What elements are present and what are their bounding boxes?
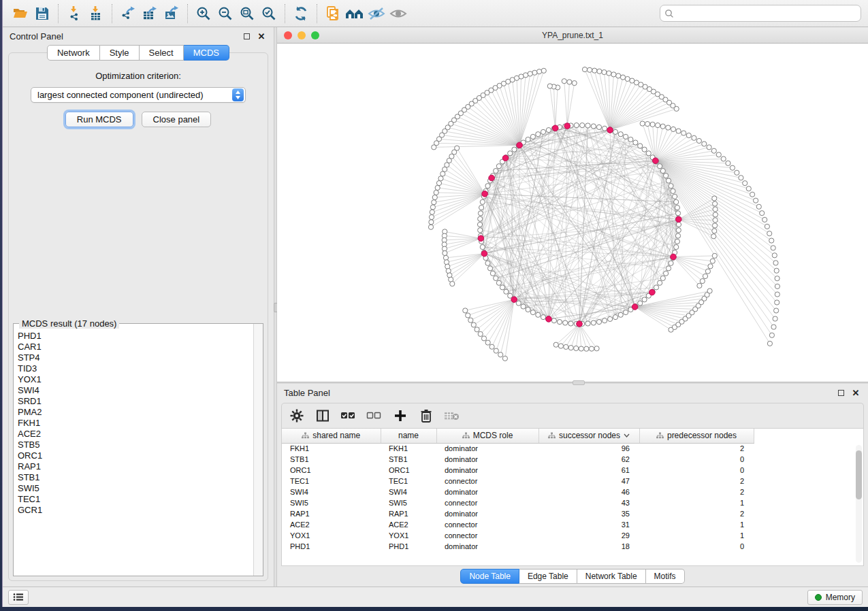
mcds-result-item[interactable]: SRD1 bbox=[18, 396, 251, 407]
memory-button[interactable]: Memory bbox=[807, 590, 863, 605]
import-network-button[interactable] bbox=[63, 3, 85, 24]
gear-button[interactable] bbox=[289, 408, 305, 424]
mcds-result-list[interactable]: PHD1CAR1STP4TID3YOX1SWI4SRD1PMA2FKH1ACE2… bbox=[14, 324, 253, 576]
deselect-all-button[interactable] bbox=[366, 408, 383, 424]
mcds-result-item[interactable]: STB1 bbox=[18, 472, 251, 483]
cell-name: ACE2 bbox=[381, 519, 436, 530]
tab-mcds[interactable]: MCDS bbox=[184, 45, 229, 61]
table-row[interactable]: PHD1PHD1dominator180 bbox=[282, 541, 754, 552]
table-scrollbar[interactable] bbox=[856, 445, 862, 563]
column-header-MCDS-role[interactable]: MCDS role bbox=[436, 429, 539, 443]
table-row[interactable]: YOX1YOX1connector291 bbox=[282, 530, 754, 541]
show-all-button[interactable] bbox=[387, 3, 409, 24]
mcds-result-item[interactable]: CAR1 bbox=[18, 342, 251, 352]
task-history-button[interactable] bbox=[8, 590, 29, 605]
network-graph[interactable] bbox=[277, 44, 867, 381]
mcds-result-item[interactable]: YOX1 bbox=[18, 374, 251, 385]
export-image-button[interactable] bbox=[161, 3, 182, 24]
close-panel-icon[interactable]: ✕ bbox=[256, 31, 267, 42]
mcds-result-item[interactable]: FKH1 bbox=[18, 418, 251, 429]
table-row[interactable]: TEC1TEC1connector472 bbox=[282, 476, 754, 486]
zoom-fit-button[interactable] bbox=[236, 3, 258, 24]
trash-button[interactable] bbox=[418, 408, 434, 424]
duplicate-network-button[interactable] bbox=[322, 3, 344, 24]
mcds-result-item[interactable]: TID3 bbox=[18, 363, 251, 374]
column-header-name[interactable]: name bbox=[381, 429, 436, 443]
zoom-in-button[interactable] bbox=[193, 3, 214, 24]
mcds-result-item[interactable]: PMA2 bbox=[18, 407, 251, 418]
cell-MCDS-role: dominator bbox=[436, 541, 539, 552]
table-panel: Table Panel ✕ shared namenameMCDS rolesu… bbox=[277, 384, 868, 587]
network-window-titlebar[interactable]: YPA_prune.txt_1 bbox=[277, 27, 868, 44]
tab-style[interactable]: Style bbox=[100, 45, 140, 61]
tab-network-table[interactable]: Network Table bbox=[577, 569, 646, 584]
mcds-result-item[interactable]: ACE2 bbox=[18, 429, 251, 440]
table-row[interactable]: ACE2ACE2connector311 bbox=[282, 519, 754, 530]
select-all-button[interactable] bbox=[340, 408, 357, 424]
select-stepper-icon bbox=[232, 88, 244, 101]
tab-node-table[interactable]: Node Table bbox=[460, 569, 519, 584]
tab-select[interactable]: Select bbox=[140, 45, 184, 61]
mcds-result-item[interactable]: ORC1 bbox=[18, 450, 251, 461]
export-table-icon bbox=[142, 5, 158, 22]
mcds-result-item[interactable]: GCR1 bbox=[18, 505, 251, 516]
tab-edge-table[interactable]: Edge Table bbox=[519, 569, 577, 584]
table-row[interactable]: FKH1FKH1dominator962 bbox=[282, 443, 754, 454]
float-table-panel-icon[interactable] bbox=[835, 387, 846, 398]
window-minimize-icon[interactable] bbox=[298, 31, 306, 39]
cell-name: FKH1 bbox=[381, 443, 436, 454]
refresh-button[interactable] bbox=[290, 3, 312, 24]
column-header-shared-name[interactable]: shared name bbox=[282, 429, 381, 443]
cell-name: RAP1 bbox=[381, 508, 436, 519]
search-input[interactable] bbox=[677, 9, 856, 18]
table-row[interactable]: STB1STB1dominator620 bbox=[282, 454, 754, 465]
float-panel-icon[interactable] bbox=[241, 31, 252, 42]
sort-chevron-icon[interactable] bbox=[624, 433, 630, 437]
criterion-select[interactable]: largest connected component (undirected) bbox=[31, 87, 246, 103]
tab-motifs[interactable]: Motifs bbox=[646, 569, 685, 584]
cell-shared-name: FKH1 bbox=[282, 443, 381, 454]
column-header-predecessor-nodes[interactable]: predecessor nodes bbox=[639, 429, 754, 443]
open-file-button[interactable] bbox=[10, 3, 31, 24]
horizontal-splitter[interactable] bbox=[277, 382, 868, 384]
mcds-result-item[interactable]: RAP1 bbox=[18, 461, 251, 472]
window-close-icon[interactable] bbox=[284, 31, 292, 39]
mcds-result-item[interactable]: SWI5 bbox=[18, 483, 251, 494]
org-chart-icon bbox=[462, 432, 470, 439]
zoom-out-button[interactable] bbox=[214, 3, 236, 24]
save-session-button[interactable] bbox=[31, 3, 53, 24]
table-row[interactable]: SWI5SWI5connector431 bbox=[282, 497, 754, 508]
mcds-result-item[interactable]: SWI4 bbox=[18, 385, 251, 396]
zoom-selected-button[interactable] bbox=[258, 3, 280, 24]
cell-predecessor-nodes: 1 bbox=[639, 519, 754, 530]
tab-network[interactable]: Network bbox=[47, 45, 100, 61]
columns-button[interactable] bbox=[315, 408, 331, 424]
cell-predecessor-nodes: 0 bbox=[639, 541, 754, 552]
table-row[interactable]: ORC1ORC1dominator610 bbox=[282, 465, 754, 476]
table-row[interactable]: RAP1RAP1dominator352 bbox=[282, 508, 754, 519]
export-network-button[interactable] bbox=[117, 3, 139, 24]
add-button[interactable] bbox=[392, 408, 408, 424]
column-header-successor-nodes[interactable]: successor nodes bbox=[539, 429, 639, 443]
close-table-panel-icon[interactable]: ✕ bbox=[850, 387, 861, 398]
mcds-result-item[interactable]: TEC1 bbox=[18, 494, 251, 505]
import-table-button[interactable] bbox=[85, 3, 107, 24]
cell-name: TEC1 bbox=[381, 476, 436, 486]
hide-selected-button[interactable] bbox=[366, 3, 387, 24]
table-row[interactable]: SWI4SWI4dominator462 bbox=[282, 486, 754, 497]
search-box[interactable] bbox=[660, 5, 861, 22]
export-table-button[interactable] bbox=[139, 3, 161, 24]
run-mcds-button[interactable]: Run MCDS bbox=[65, 112, 133, 127]
window-zoom-icon[interactable] bbox=[311, 31, 319, 39]
close-panel-button[interactable]: Close panel bbox=[142, 112, 212, 127]
first-neighbors-button[interactable] bbox=[344, 3, 366, 24]
zoom-in-icon bbox=[195, 5, 212, 22]
mcds-result-item[interactable]: PHD1 bbox=[18, 331, 251, 342]
mcds-result-item[interactable]: STB5 bbox=[18, 440, 251, 450]
mcds-list-scrollbar[interactable] bbox=[253, 324, 263, 576]
cell-shared-name: RAP1 bbox=[282, 508, 381, 519]
mcds-result-item[interactable]: STP4 bbox=[18, 352, 251, 363]
columns-icon bbox=[316, 409, 329, 423]
network-canvas[interactable] bbox=[277, 44, 868, 382]
trash-icon bbox=[419, 408, 433, 423]
